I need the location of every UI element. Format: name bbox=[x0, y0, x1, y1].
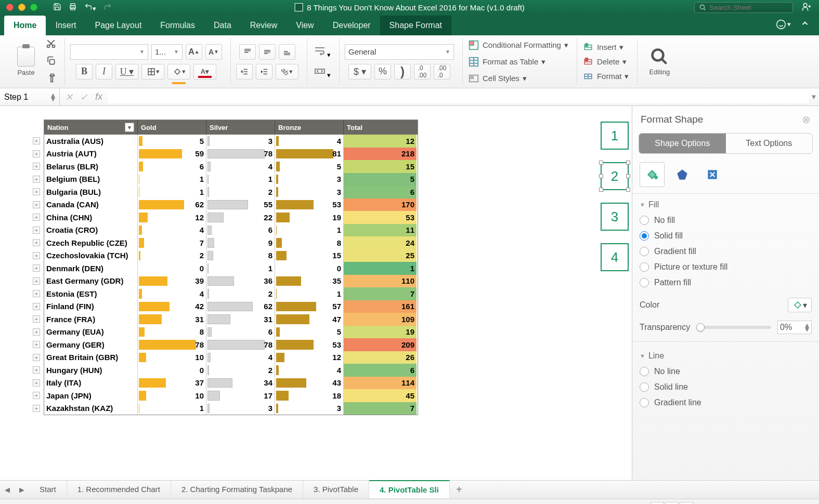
format-painter-icon[interactable] bbox=[46, 73, 56, 85]
col-header-silver[interactable]: Silver bbox=[206, 120, 275, 135]
cell-silver[interactable]: 4 bbox=[206, 351, 275, 364]
expand-icon[interactable]: + bbox=[33, 227, 40, 234]
format-cells-button[interactable]: Format ▾ bbox=[582, 72, 629, 81]
cell-silver[interactable]: 1 bbox=[206, 262, 275, 275]
tab-insert[interactable]: Insert bbox=[46, 16, 85, 35]
name-box[interactable]: Step 1 ▴▾ bbox=[0, 88, 60, 105]
next-sheet-button[interactable]: ▶ bbox=[16, 484, 28, 496]
format-as-table-button[interactable]: Format as Table ▾ bbox=[468, 56, 545, 68]
expand-icon[interactable]: + bbox=[33, 137, 40, 144]
slicer-step-3[interactable]: 3 bbox=[601, 203, 629, 231]
cell-bronze[interactable]: 43 bbox=[275, 377, 344, 390]
table-row[interactable]: + Czech Republic (CZE) 7 9 8 24 bbox=[44, 236, 418, 249]
cell-silver[interactable]: 55 bbox=[206, 198, 275, 211]
cell-gold[interactable]: 1 bbox=[138, 173, 206, 186]
cell-gold[interactable]: 4 bbox=[138, 287, 206, 300]
cell-silver[interactable]: 22 bbox=[206, 211, 275, 224]
col-header-nation[interactable]: Nation▼ bbox=[44, 120, 138, 135]
cell-total[interactable]: 5 bbox=[344, 173, 417, 186]
sheet-tab[interactable]: 2. Charting Formating Taskpane bbox=[171, 481, 303, 499]
cell-silver[interactable]: 2 bbox=[206, 287, 275, 300]
decrease-decimal-button[interactable]: .00.0 bbox=[434, 64, 450, 79]
expand-icon[interactable]: + bbox=[33, 214, 40, 221]
cell-total[interactable]: 6 bbox=[344, 185, 417, 198]
cell-silver[interactable]: 6 bbox=[206, 326, 275, 339]
paste-button[interactable]: Paste bbox=[9, 47, 43, 76]
cell-bronze[interactable]: 5 bbox=[275, 326, 344, 339]
formula-input[interactable] bbox=[108, 91, 809, 103]
increase-decimal-button[interactable]: .0.00 bbox=[414, 64, 431, 79]
fill-option[interactable]: Pattern fill bbox=[640, 278, 812, 287]
worksheet-area[interactable]: Nation▼ Gold Silver Bronze Total + Austr… bbox=[0, 106, 632, 480]
col-header-total[interactable]: Total bbox=[344, 120, 417, 135]
fill-color-picker[interactable]: ▾ bbox=[788, 298, 812, 312]
slicer-step-2[interactable]: 2 bbox=[601, 162, 629, 190]
cut-icon[interactable] bbox=[46, 38, 56, 50]
table-row[interactable]: + East Germany (GDR) 39 36 35 110 bbox=[44, 275, 418, 288]
cell-bronze[interactable]: 3 bbox=[275, 173, 344, 186]
cell-gold[interactable]: 5 bbox=[138, 135, 206, 148]
cell-silver[interactable]: 4 bbox=[206, 160, 275, 173]
cell-bronze[interactable]: 4 bbox=[275, 364, 344, 377]
cell-nation[interactable]: Japan (JPN) bbox=[44, 389, 138, 402]
cell-bronze[interactable]: 35 bbox=[275, 275, 344, 288]
table-row[interactable]: + Austria (AUT) 59 78 81 218 bbox=[44, 148, 418, 161]
table-row[interactable]: + Canada (CAN) 62 55 53 170 bbox=[44, 198, 418, 211]
table-row[interactable]: + Belgium (BEL) 1 1 3 5 bbox=[44, 173, 418, 186]
cell-total[interactable]: 114 bbox=[344, 377, 417, 390]
cell-total[interactable]: 25 bbox=[344, 249, 417, 262]
table-row[interactable]: + Italy (ITA) 37 34 43 114 bbox=[44, 377, 418, 390]
wrap-text-button[interactable]: ▾ bbox=[313, 45, 331, 59]
expand-icon[interactable]: + bbox=[33, 239, 40, 246]
selection-handle[interactable] bbox=[626, 174, 630, 178]
cell-bronze[interactable]: 47 bbox=[275, 313, 344, 326]
expand-icon[interactable]: + bbox=[33, 366, 40, 374]
tab-data[interactable]: Data bbox=[204, 16, 241, 35]
expand-icon[interactable]: + bbox=[33, 354, 40, 361]
tab-developer[interactable]: Developer bbox=[323, 16, 380, 35]
emoji-button[interactable]: ▾ bbox=[776, 19, 791, 30]
cell-total[interactable]: 7 bbox=[344, 287, 417, 300]
fill-option[interactable]: Picture or texture fill bbox=[640, 262, 812, 272]
cell-gold[interactable]: 62 bbox=[138, 198, 206, 211]
cell-total[interactable]: 209 bbox=[344, 338, 417, 351]
filter-dropdown-icon[interactable]: ▼ bbox=[125, 123, 134, 132]
expand-icon[interactable]: + bbox=[33, 201, 40, 208]
zoom-in-button[interactable]: + bbox=[781, 501, 787, 504]
cell-gold[interactable]: 37 bbox=[138, 377, 206, 390]
sheet-tab[interactable]: 3. PivotTable bbox=[303, 481, 369, 499]
zoom-out-button[interactable]: − bbox=[699, 501, 706, 504]
cell-silver[interactable]: 6 bbox=[206, 224, 275, 237]
expand-icon[interactable]: + bbox=[33, 176, 40, 183]
cell-nation[interactable]: Italy (ITA) bbox=[44, 377, 138, 390]
size-tab-icon[interactable] bbox=[700, 162, 725, 187]
expand-icon[interactable]: + bbox=[33, 252, 40, 259]
selection-handle[interactable] bbox=[599, 188, 603, 192]
cell-nation[interactable]: Croatia (CRO) bbox=[44, 224, 138, 237]
sheet-tab[interactable]: 1. Recommended Chart bbox=[67, 481, 171, 499]
cell-total[interactable]: 15 bbox=[344, 160, 417, 173]
slicer-step-1[interactable]: 1 bbox=[601, 122, 629, 150]
cell-gold[interactable]: 0 bbox=[138, 262, 206, 275]
cancel-formula-icon[interactable]: ✕ bbox=[65, 91, 73, 103]
increase-font-icon[interactable]: A▲ bbox=[186, 44, 202, 60]
tab-formulas[interactable]: Formulas bbox=[151, 16, 204, 35]
cell-bronze[interactable]: 1 bbox=[275, 287, 344, 300]
cell-gold[interactable]: 42 bbox=[138, 300, 206, 313]
table-row[interactable]: + Kazakhstan (KAZ) 1 3 3 7 bbox=[44, 402, 418, 415]
shape-options-tab[interactable]: Shape Options bbox=[639, 134, 726, 153]
cell-silver[interactable]: 17 bbox=[206, 389, 275, 402]
expand-icon[interactable]: + bbox=[33, 150, 40, 157]
cell-bronze[interactable]: 0 bbox=[275, 262, 344, 275]
align-top-icon[interactable] bbox=[239, 44, 256, 60]
expand-icon[interactable]: + bbox=[33, 303, 40, 310]
table-row[interactable]: + Finland (FIN) 42 62 57 161 bbox=[44, 300, 418, 313]
table-row[interactable]: + Bulgaria (BUL) 1 2 3 6 bbox=[44, 185, 418, 198]
cell-nation[interactable]: Hungary (HUN) bbox=[44, 364, 138, 377]
delete-cells-button[interactable]: Delete ▾ bbox=[582, 57, 627, 67]
cell-silver[interactable]: 2 bbox=[206, 185, 275, 198]
cell-nation[interactable]: Bulgaria (BUL) bbox=[44, 185, 138, 198]
cell-total[interactable]: 53 bbox=[344, 211, 417, 224]
cell-silver[interactable]: 8 bbox=[206, 249, 275, 262]
conditional-formatting-button[interactable]: Conditional Formatting ▾ bbox=[468, 39, 568, 51]
